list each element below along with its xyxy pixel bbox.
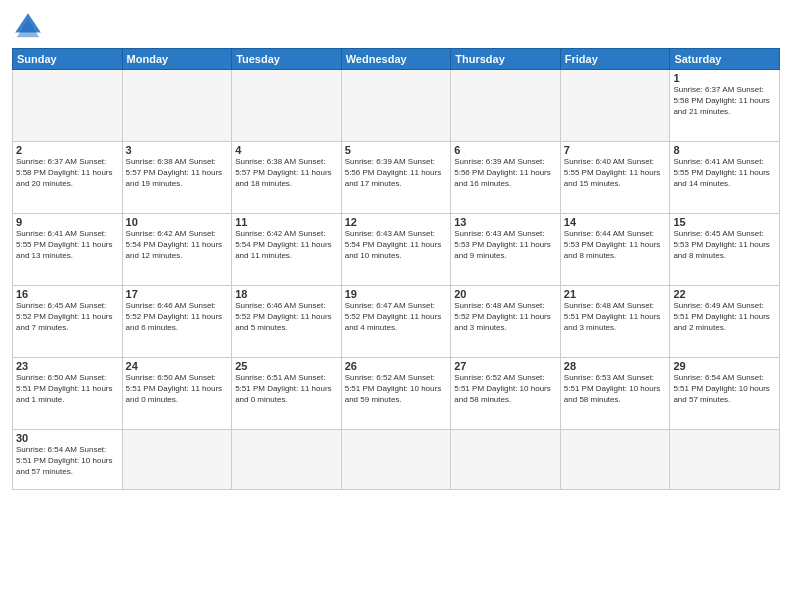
calendar-cell: 19Sunrise: 6:47 AM Sunset: 5:52 PM Dayli… <box>341 286 451 358</box>
day-number: 26 <box>345 360 448 372</box>
day-info: Sunrise: 6:51 AM Sunset: 5:51 PM Dayligh… <box>235 373 338 405</box>
calendar-cell: 24Sunrise: 6:50 AM Sunset: 5:51 PM Dayli… <box>122 358 232 430</box>
day-number: 17 <box>126 288 229 300</box>
calendar-cell: 1Sunrise: 6:37 AM Sunset: 5:58 PM Daylig… <box>670 70 780 142</box>
calendar-cell: 17Sunrise: 6:46 AM Sunset: 5:52 PM Dayli… <box>122 286 232 358</box>
calendar-cell: 9Sunrise: 6:41 AM Sunset: 5:55 PM Daylig… <box>13 214 123 286</box>
day-info: Sunrise: 6:46 AM Sunset: 5:52 PM Dayligh… <box>126 301 229 333</box>
day-info: Sunrise: 6:50 AM Sunset: 5:51 PM Dayligh… <box>126 373 229 405</box>
day-number: 18 <box>235 288 338 300</box>
day-number: 16 <box>16 288 119 300</box>
calendar-cell: 22Sunrise: 6:49 AM Sunset: 5:51 PM Dayli… <box>670 286 780 358</box>
calendar-cell: 8Sunrise: 6:41 AM Sunset: 5:55 PM Daylig… <box>670 142 780 214</box>
day-number: 29 <box>673 360 776 372</box>
day-header-sunday: Sunday <box>13 49 123 70</box>
day-info: Sunrise: 6:42 AM Sunset: 5:54 PM Dayligh… <box>235 229 338 261</box>
day-info: Sunrise: 6:54 AM Sunset: 5:51 PM Dayligh… <box>16 445 119 477</box>
day-number: 28 <box>564 360 667 372</box>
day-header-tuesday: Tuesday <box>232 49 342 70</box>
day-info: Sunrise: 6:46 AM Sunset: 5:52 PM Dayligh… <box>235 301 338 333</box>
day-info: Sunrise: 6:44 AM Sunset: 5:53 PM Dayligh… <box>564 229 667 261</box>
calendar-cell: 2Sunrise: 6:37 AM Sunset: 5:58 PM Daylig… <box>13 142 123 214</box>
day-number: 23 <box>16 360 119 372</box>
calendar-cell: 28Sunrise: 6:53 AM Sunset: 5:51 PM Dayli… <box>560 358 670 430</box>
day-number: 11 <box>235 216 338 228</box>
calendar-cell: 6Sunrise: 6:39 AM Sunset: 5:56 PM Daylig… <box>451 142 561 214</box>
calendar-cell: 14Sunrise: 6:44 AM Sunset: 5:53 PM Dayli… <box>560 214 670 286</box>
calendar-week-row: 9Sunrise: 6:41 AM Sunset: 5:55 PM Daylig… <box>13 214 780 286</box>
calendar-cell: 23Sunrise: 6:50 AM Sunset: 5:51 PM Dayli… <box>13 358 123 430</box>
calendar-cell: 15Sunrise: 6:45 AM Sunset: 5:53 PM Dayli… <box>670 214 780 286</box>
day-header-friday: Friday <box>560 49 670 70</box>
calendar-week-row: 23Sunrise: 6:50 AM Sunset: 5:51 PM Dayli… <box>13 358 780 430</box>
day-number: 7 <box>564 144 667 156</box>
day-header-wednesday: Wednesday <box>341 49 451 70</box>
day-number: 22 <box>673 288 776 300</box>
day-number: 15 <box>673 216 776 228</box>
day-info: Sunrise: 6:47 AM Sunset: 5:52 PM Dayligh… <box>345 301 448 333</box>
day-info: Sunrise: 6:48 AM Sunset: 5:52 PM Dayligh… <box>454 301 557 333</box>
day-number: 19 <box>345 288 448 300</box>
day-info: Sunrise: 6:49 AM Sunset: 5:51 PM Dayligh… <box>673 301 776 333</box>
calendar-cell: 29Sunrise: 6:54 AM Sunset: 5:51 PM Dayli… <box>670 358 780 430</box>
calendar-cell <box>670 430 780 490</box>
day-number: 10 <box>126 216 229 228</box>
day-info: Sunrise: 6:38 AM Sunset: 5:57 PM Dayligh… <box>126 157 229 189</box>
calendar-cell: 13Sunrise: 6:43 AM Sunset: 5:53 PM Dayli… <box>451 214 561 286</box>
calendar-cell <box>232 430 342 490</box>
day-header-monday: Monday <box>122 49 232 70</box>
calendar-cell: 11Sunrise: 6:42 AM Sunset: 5:54 PM Dayli… <box>232 214 342 286</box>
day-info: Sunrise: 6:40 AM Sunset: 5:55 PM Dayligh… <box>564 157 667 189</box>
day-number: 3 <box>126 144 229 156</box>
calendar-week-row: 16Sunrise: 6:45 AM Sunset: 5:52 PM Dayli… <box>13 286 780 358</box>
calendar-page: SundayMondayTuesdayWednesdayThursdayFrid… <box>0 0 792 612</box>
day-number: 4 <box>235 144 338 156</box>
calendar-cell <box>560 70 670 142</box>
calendar-cell: 21Sunrise: 6:48 AM Sunset: 5:51 PM Dayli… <box>560 286 670 358</box>
day-info: Sunrise: 6:38 AM Sunset: 5:57 PM Dayligh… <box>235 157 338 189</box>
calendar-cell: 4Sunrise: 6:38 AM Sunset: 5:57 PM Daylig… <box>232 142 342 214</box>
calendar-cell: 18Sunrise: 6:46 AM Sunset: 5:52 PM Dayli… <box>232 286 342 358</box>
day-number: 14 <box>564 216 667 228</box>
calendar-cell <box>341 430 451 490</box>
calendar-cell: 5Sunrise: 6:39 AM Sunset: 5:56 PM Daylig… <box>341 142 451 214</box>
header <box>12 10 780 42</box>
calendar-cell: 27Sunrise: 6:52 AM Sunset: 5:51 PM Dayli… <box>451 358 561 430</box>
calendar-cell: 7Sunrise: 6:40 AM Sunset: 5:55 PM Daylig… <box>560 142 670 214</box>
calendar-cell: 3Sunrise: 6:38 AM Sunset: 5:57 PM Daylig… <box>122 142 232 214</box>
calendar-cell <box>232 70 342 142</box>
day-info: Sunrise: 6:42 AM Sunset: 5:54 PM Dayligh… <box>126 229 229 261</box>
day-number: 20 <box>454 288 557 300</box>
day-number: 25 <box>235 360 338 372</box>
day-number: 5 <box>345 144 448 156</box>
day-info: Sunrise: 6:53 AM Sunset: 5:51 PM Dayligh… <box>564 373 667 405</box>
day-info: Sunrise: 6:50 AM Sunset: 5:51 PM Dayligh… <box>16 373 119 405</box>
day-info: Sunrise: 6:48 AM Sunset: 5:51 PM Dayligh… <box>564 301 667 333</box>
day-info: Sunrise: 6:54 AM Sunset: 5:51 PM Dayligh… <box>673 373 776 405</box>
calendar-cell <box>341 70 451 142</box>
calendar-table: SundayMondayTuesdayWednesdayThursdayFrid… <box>12 48 780 490</box>
day-info: Sunrise: 6:39 AM Sunset: 5:56 PM Dayligh… <box>454 157 557 189</box>
calendar-cell: 20Sunrise: 6:48 AM Sunset: 5:52 PM Dayli… <box>451 286 561 358</box>
logo <box>12 10 48 42</box>
day-number: 30 <box>16 432 119 444</box>
day-number: 12 <box>345 216 448 228</box>
day-info: Sunrise: 6:41 AM Sunset: 5:55 PM Dayligh… <box>16 229 119 261</box>
day-number: 6 <box>454 144 557 156</box>
day-info: Sunrise: 6:37 AM Sunset: 5:58 PM Dayligh… <box>16 157 119 189</box>
day-info: Sunrise: 6:43 AM Sunset: 5:53 PM Dayligh… <box>454 229 557 261</box>
day-number: 1 <box>673 72 776 84</box>
calendar-cell: 16Sunrise: 6:45 AM Sunset: 5:52 PM Dayli… <box>13 286 123 358</box>
day-header-saturday: Saturday <box>670 49 780 70</box>
day-header-thursday: Thursday <box>451 49 561 70</box>
calendar-cell <box>451 70 561 142</box>
calendar-cell <box>122 430 232 490</box>
calendar-cell <box>13 70 123 142</box>
day-number: 2 <box>16 144 119 156</box>
day-info: Sunrise: 6:37 AM Sunset: 5:58 PM Dayligh… <box>673 85 776 117</box>
day-number: 21 <box>564 288 667 300</box>
day-info: Sunrise: 6:43 AM Sunset: 5:54 PM Dayligh… <box>345 229 448 261</box>
calendar-week-row: 2Sunrise: 6:37 AM Sunset: 5:58 PM Daylig… <box>13 142 780 214</box>
day-number: 27 <box>454 360 557 372</box>
logo-icon <box>12 10 44 42</box>
